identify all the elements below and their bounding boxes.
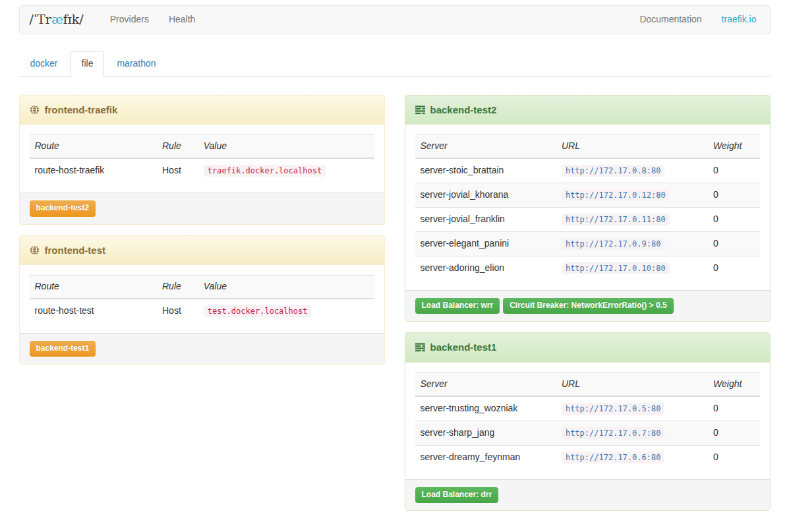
server-url-code: http://172.17.0.9:80 bbox=[562, 238, 665, 250]
server-url-cell: http://172.17.0.12:80 bbox=[556, 183, 708, 208]
server-url-link[interactable]: http://172.17.0.11:80 bbox=[562, 214, 670, 224]
frontends-column: frontend-traefik RouteRuleValue route-ho… bbox=[9, 95, 395, 521]
weight-cell: 0 bbox=[708, 232, 759, 256]
server-url-cell: http://172.17.0.5:80 bbox=[556, 396, 708, 421]
column-header-value: Value bbox=[198, 135, 374, 158]
panel-title: frontend-traefik bbox=[45, 103, 118, 117]
server-row: server-elegant_paninihttp://172.17.0.9:8… bbox=[415, 232, 760, 256]
server-name-cell: server-dreamy_feynman bbox=[415, 445, 556, 469]
server-url-code: http://172.17.0.8:80 bbox=[562, 165, 665, 177]
rule-value-code: test.docker.localhost bbox=[204, 305, 312, 317]
provider-tabs: dockerfilemarathon bbox=[19, 51, 771, 77]
tab-marathon[interactable]: marathon bbox=[105, 51, 167, 77]
load-balancer-badge: Load Balancer: drr bbox=[415, 487, 499, 503]
server-url-link[interactable]: http://172.17.0.8:80 bbox=[562, 165, 665, 175]
server-url-cell: http://172.17.0.10:80 bbox=[556, 256, 708, 280]
panel-footer: backend-test1 bbox=[20, 333, 384, 364]
servers-table: ServerURLWeight server-stoic_brattainhtt… bbox=[415, 134, 760, 280]
server-url-code: http://172.17.0.7:80 bbox=[562, 427, 665, 439]
page-container: /ˈTræfɪk/ ProvidersHealth Documentationt… bbox=[9, 5, 780, 521]
nav-link-traefik-io[interactable]: traefik.io bbox=[712, 5, 767, 34]
frontend-panel-frontend-test: frontend-test RouteRuleValue route-host-… bbox=[19, 235, 385, 365]
panel-footer: backend-test2 bbox=[20, 192, 384, 223]
nav-link-documentation[interactable]: Documentation bbox=[629, 5, 711, 34]
navbar: /ˈTræfɪk/ ProvidersHealth Documentationt… bbox=[19, 5, 771, 34]
server-row: server-stoic_brattainhttp://172.17.0.8:8… bbox=[415, 158, 760, 183]
rule-value-code: traefik.docker.localhost bbox=[204, 165, 326, 177]
server-row: server-adoring_elionhttp://172.17.0.10:8… bbox=[415, 256, 760, 280]
server-name-cell: server-adoring_elion bbox=[415, 256, 556, 280]
frontend-panel-frontend-traefik: frontend-traefik RouteRuleValue route-ho… bbox=[19, 95, 385, 225]
globe-icon bbox=[30, 245, 40, 255]
rule-cell: Host bbox=[157, 158, 198, 183]
tasks-icon bbox=[415, 105, 425, 115]
routes-table: RouteRuleValue route-host-testHosttest.d… bbox=[30, 275, 374, 323]
value-cell: test.docker.localhost bbox=[198, 299, 374, 323]
rule-cell: Host bbox=[157, 299, 198, 323]
server-row: server-jovial_khoranahttp://172.17.0.12:… bbox=[415, 183, 760, 208]
nav-link-providers[interactable]: Providers bbox=[100, 5, 159, 34]
tab-docker[interactable]: docker bbox=[19, 51, 69, 77]
server-name-cell: server-elegant_panini bbox=[415, 232, 556, 256]
server-url-cell: http://172.17.0.11:80 bbox=[556, 208, 708, 232]
tab-file[interactable]: file bbox=[71, 51, 105, 77]
server-name-cell: server-trusting_wozniak bbox=[415, 396, 556, 421]
panel-footer: Load Balancer: wrrCircuit Breaker: Netwo… bbox=[405, 290, 770, 321]
panel-title: frontend-test bbox=[45, 243, 106, 257]
column-header-route: Route bbox=[30, 275, 158, 298]
table-header-row: RouteRuleValue bbox=[30, 135, 374, 158]
server-url-link[interactable]: http://172.17.0.6:80 bbox=[562, 452, 665, 462]
weight-cell: 0 bbox=[708, 396, 759, 421]
panel-heading: frontend-test bbox=[20, 236, 384, 265]
tab-item: file bbox=[71, 51, 106, 77]
column-header-rule: Rule bbox=[157, 135, 198, 158]
weight-cell: 0 bbox=[708, 183, 759, 208]
server-url-link[interactable]: http://172.17.0.10:80 bbox=[562, 262, 670, 273]
traefik-logo[interactable]: /ˈTræfɪk/ bbox=[20, 11, 94, 28]
brand-suffix: fɪk/ bbox=[63, 12, 84, 26]
server-url-link[interactable]: http://172.17.0.9:80 bbox=[562, 238, 665, 249]
server-url-cell: http://172.17.0.9:80 bbox=[556, 232, 708, 256]
tasks-icon bbox=[415, 343, 425, 352]
panel-heading: backend-test1 bbox=[405, 333, 770, 362]
server-row: server-sharp_janghttp://172.17.0.7:800 bbox=[415, 421, 760, 445]
server-row: server-trusting_wozniakhttp://172.17.0.5… bbox=[415, 396, 760, 421]
servers-table: ServerURLWeight server-trusting_wozniakh… bbox=[415, 372, 760, 469]
server-url-code: http://172.17.0.6:80 bbox=[562, 452, 665, 463]
server-url-cell: http://172.17.0.6:80 bbox=[556, 445, 708, 469]
server-url-code: http://172.17.0.12:80 bbox=[562, 189, 670, 201]
backend-badge-backend-test2: backend-test2 bbox=[30, 200, 96, 216]
table-header-row: ServerURLWeight bbox=[415, 372, 760, 396]
nav-link-health[interactable]: Health bbox=[159, 5, 205, 34]
tab-item: docker bbox=[19, 51, 71, 77]
backends-column: backend-test2 ServerURLWeight server-sto… bbox=[395, 95, 780, 521]
backend-badge-backend-test1: backend-test1 bbox=[30, 341, 96, 357]
server-url-link[interactable]: http://172.17.0.7:80 bbox=[562, 427, 665, 438]
server-name-cell: server-jovial_khorana bbox=[415, 183, 556, 208]
globe-icon bbox=[30, 105, 40, 115]
panel-heading: frontend-traefik bbox=[20, 96, 384, 125]
server-url-cell: http://172.17.0.8:80 bbox=[556, 158, 708, 183]
column-header-url: URL bbox=[556, 372, 708, 396]
route-row: route-host-traefikHosttraefik.docker.loc… bbox=[30, 158, 374, 183]
tab-item: marathon bbox=[105, 51, 168, 77]
column-header-route: Route bbox=[30, 135, 158, 158]
value-cell: traefik.docker.localhost bbox=[198, 158, 374, 183]
circuit-breaker-badge: Circuit Breaker: NetworkErrorRatio() > 0… bbox=[503, 298, 673, 314]
panel-heading: backend-test2 bbox=[405, 96, 770, 125]
table-header-row: RouteRuleValue bbox=[30, 275, 374, 298]
server-row: server-dreamy_feynmanhttp://172.17.0.6:8… bbox=[415, 445, 760, 469]
navbar-left-links: ProvidersHealth bbox=[100, 5, 206, 34]
weight-cell: 0 bbox=[708, 208, 759, 232]
column-header-weight: Weight bbox=[708, 135, 759, 158]
panel-title: backend-test1 bbox=[430, 340, 497, 354]
server-url-link[interactable]: http://172.17.0.12:80 bbox=[562, 189, 670, 200]
route-cell: route-host-traefik bbox=[30, 158, 158, 183]
column-header-value: Value bbox=[198, 275, 374, 298]
table-header-row: ServerURLWeight bbox=[415, 135, 760, 158]
server-url-link[interactable]: http://172.17.0.5:80 bbox=[562, 403, 665, 413]
column-header-server: Server bbox=[415, 135, 556, 158]
panel-body: ServerURLWeight server-stoic_brattainhtt… bbox=[405, 125, 770, 290]
routes-table: RouteRuleValue route-host-traefikHosttra… bbox=[30, 134, 374, 183]
weight-cell: 0 bbox=[708, 158, 759, 183]
